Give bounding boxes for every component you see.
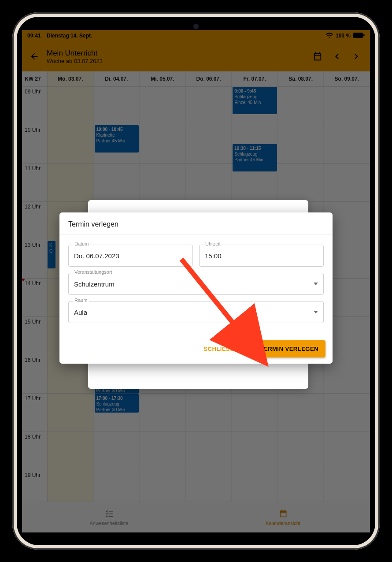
dialog-title: Termin verlegen xyxy=(59,212,333,235)
field-value: Aula xyxy=(74,309,314,316)
reschedule-dialog: Termin verlegen Datum Do. 06.07.2023 Uhr… xyxy=(59,212,333,364)
room-select[interactable]: Aula xyxy=(68,301,324,323)
reschedule-submit-button[interactable]: TERMIN VERLEGEN xyxy=(253,340,325,357)
venue-select[interactable]: Schulzentrum xyxy=(68,273,324,295)
ipad-bezel: 09:41 Dienstag 14. Sept. 100 % xyxy=(17,17,375,545)
field-label: Veranstaltungsort xyxy=(73,269,114,275)
field-label: Datum xyxy=(73,241,90,246)
date-field[interactable]: Do. 06.07.2023 xyxy=(68,245,193,267)
ipad-frame: 09:41 Dienstag 14. Sept. 100 % xyxy=(12,12,380,550)
field-label: Uhrzeit xyxy=(203,241,222,246)
field-value: Do. 06.07.2023 xyxy=(74,252,187,260)
field-value: Schulzentrum xyxy=(74,280,314,288)
field-label: Raum xyxy=(73,298,89,303)
chevron-down-icon xyxy=(314,283,318,285)
front-camera xyxy=(193,24,199,29)
close-button[interactable]: SCHLIESSEN xyxy=(199,342,247,356)
chevron-down-icon xyxy=(314,311,318,313)
time-field[interactable]: 15:00 xyxy=(199,245,324,267)
field-value: 15:00 xyxy=(205,252,318,260)
screen: 09:41 Dienstag 14. Sept. 100 % xyxy=(22,30,370,532)
